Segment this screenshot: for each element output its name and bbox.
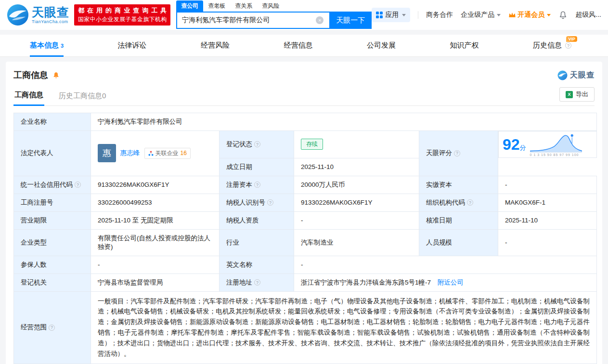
field-value-business-term: 2025-11-10 至 无固定期限 bbox=[91, 211, 220, 229]
subtab-business-info[interactable]: 工商信息 bbox=[13, 88, 44, 106]
table-row: 营业期限 2025-11-10 至 无固定期限 纳税人资质 - 核准日期 202… bbox=[14, 211, 597, 229]
tab-operation-info[interactable]: 经营信息 bbox=[284, 35, 313, 57]
table-row: 企业名称 宁海利氪汽车零部件有限公司 bbox=[14, 113, 597, 131]
field-value-establish-date: 2025-11-10 bbox=[294, 158, 419, 176]
field-value-reg-number: 330226000499253 bbox=[91, 194, 220, 211]
nav-enterprise-product-label: 企业级产品 bbox=[461, 11, 494, 19]
monitor-bell-icon[interactable] bbox=[52, 71, 60, 79]
nearby-companies-link[interactable]: 附近公司 bbox=[438, 279, 464, 286]
table-row: 工商注册号 330226000499253 纳税人识别号 91330226MAK… bbox=[14, 194, 597, 211]
export-button-label: 导出 bbox=[576, 90, 588, 99]
score-number: 92分 bbox=[503, 137, 526, 152]
field-value-reg-status: 存续 bbox=[294, 131, 419, 158]
section-header: 工商信息 天眼查 bbox=[13, 69, 595, 81]
tab-operation-risk[interactable]: 经营风险 bbox=[201, 35, 230, 57]
help-icon[interactable] bbox=[254, 279, 260, 286]
field-value-english-name: - bbox=[294, 256, 597, 273]
table-row: 参保人数 - 英文名称 - bbox=[14, 256, 597, 273]
notification-bell-icon[interactable] bbox=[558, 11, 568, 20]
field-label-reg-number: 工商注册号 bbox=[14, 194, 91, 211]
subtabs-row: 工商信息 历史工商信息0 导出 bbox=[13, 88, 595, 106]
status-badge: 存续 bbox=[301, 139, 323, 150]
search-box: 查公司 查老板 查关系 查风险 天眼一下 bbox=[176, 1, 372, 29]
search-tab-risk[interactable]: 查风险 bbox=[257, 0, 284, 12]
field-value-approval-date: 2025-11-10 bbox=[498, 211, 597, 229]
search-tab-relation[interactable]: 查关系 bbox=[230, 0, 257, 12]
field-value-insured: - bbox=[91, 256, 220, 273]
export-button[interactable]: 导出 bbox=[559, 87, 595, 102]
help-icon[interactable] bbox=[254, 141, 260, 147]
excel-icon bbox=[566, 91, 573, 98]
search-tab-boss[interactable]: 查老板 bbox=[203, 0, 230, 12]
search-input[interactable] bbox=[176, 12, 329, 29]
help-icon[interactable] bbox=[454, 150, 460, 156]
related-companies-label: 关联企业 bbox=[155, 149, 179, 157]
score-chart: 0 1 3 15 50 85 97 99 100 bbox=[530, 132, 582, 156]
table-row: 经营范围 一般项目：汽车零部件及配件制造；汽车零部件研发；汽车零部件再制造；电子… bbox=[14, 291, 597, 364]
nav-business-cooperation[interactable]: 商务合作 bbox=[426, 11, 453, 19]
chevron-down-icon bbox=[547, 14, 551, 16]
related-companies-tag[interactable]: 关联企业 16 bbox=[144, 148, 191, 159]
tab-legal-proceedings-label: 法律诉讼 bbox=[118, 41, 147, 50]
legal-rep-avatar[interactable]: 惠 bbox=[98, 144, 116, 162]
apps-grid-icon bbox=[376, 12, 383, 18]
field-label-paid-capital: 实缴资本 bbox=[419, 176, 498, 194]
field-value-credit-code: 91330226MAK0GX6F1Y bbox=[91, 176, 220, 194]
field-value-taxpayer-id: 91330226MAK0GX6F1Y bbox=[294, 194, 419, 211]
slogan-line2: 国家中小企业发展子基金旗下机构 bbox=[78, 15, 167, 24]
search-tab-company[interactable]: 查公司 bbox=[176, 0, 203, 12]
tab-history-info[interactable]: 历史信息 VIP bbox=[533, 35, 571, 57]
slogan-badge: 都在用的商业查询工具 国家中小企业发展子基金旗下机构 bbox=[74, 4, 170, 26]
tab-basic-info-label: 基本信息 bbox=[30, 41, 59, 50]
crown-icon bbox=[508, 12, 516, 18]
field-value-company-name: 宁海利氪汽车零部件有限公司 bbox=[91, 113, 597, 131]
table-row: 法定代表人 惠 惠志峰 关联企业 16 bbox=[14, 131, 597, 158]
nav-super-risk-label: 超级风... bbox=[575, 11, 601, 19]
subtab-history-business-info[interactable]: 历史工商信息0 bbox=[58, 89, 107, 105]
tab-legal-proceedings[interactable]: 法律诉讼 bbox=[118, 35, 147, 57]
help-icon[interactable] bbox=[565, 42, 571, 49]
score-axis-ticks: 0 1 3 15 50 85 97 99 100 bbox=[530, 153, 582, 156]
field-label-org-code: 组织机构代码 bbox=[419, 194, 498, 211]
field-value-reg-authority: 宁海县市场监督管理局 bbox=[91, 273, 220, 291]
help-icon[interactable] bbox=[267, 199, 273, 206]
field-label-staff-size: 人员规模 bbox=[419, 229, 498, 256]
top-right-nav: 应用 商务合作 企业级产品 开通会员 超级风... bbox=[372, 8, 601, 22]
section-title: 工商信息 bbox=[13, 69, 48, 81]
field-value-business-scope: 一般项目：汽车零部件及配件制造；汽车零部件研发；汽车零部件再制造；电子（气）物理… bbox=[91, 291, 597, 364]
field-label-business-term: 营业期限 bbox=[14, 211, 91, 229]
field-value-legal-rep: 惠 惠志峰 关联企业 16 bbox=[91, 131, 220, 176]
table-row: 统一社会信用代码 91330226MAK0GX6F1Y 注册资本 20000万人… bbox=[14, 176, 597, 194]
help-icon[interactable] bbox=[75, 182, 81, 188]
tianyancha-logo-icon bbox=[557, 70, 568, 80]
help-icon[interactable] bbox=[254, 182, 260, 188]
nav-super-risk[interactable]: 超级风... bbox=[575, 11, 601, 19]
help-icon[interactable] bbox=[49, 325, 55, 331]
chevron-down-icon bbox=[497, 14, 501, 16]
field-label-reg-capital: 注册资本 bbox=[220, 176, 294, 194]
field-label-score: 天眼评分 bbox=[419, 131, 498, 176]
tab-basic-info[interactable]: 基本信息 3 bbox=[30, 35, 64, 57]
tab-company-development[interactable]: 公司发展 bbox=[367, 35, 396, 57]
company-section-tabs: 基本信息 3 法律诉讼 经营风险 经营信息 公司发展 知识产权 历史信息 VIP bbox=[0, 35, 608, 57]
field-value-score: 92分 0 1 3 15 50 85 97 99 100 bbox=[498, 131, 597, 158]
field-value-reg-capital: 20000万人民币 bbox=[294, 176, 419, 194]
apps-menu[interactable]: 应用 bbox=[372, 8, 410, 22]
field-label-taxpayer-quality: 纳税人资质 bbox=[220, 211, 294, 229]
brand-domain: TianYanCha.com bbox=[32, 19, 69, 24]
tianyancha-logo[interactable]: 天眼查 TianYanCha.com bbox=[7, 4, 69, 26]
nav-open-vip[interactable]: 开通会员 bbox=[508, 11, 551, 19]
nav-enterprise-product[interactable]: 企业级产品 bbox=[461, 11, 501, 19]
field-label-establish-date: 成立日期 bbox=[220, 158, 294, 176]
tab-intellectual-property[interactable]: 知识产权 bbox=[450, 35, 479, 57]
slogan-line1: 都在用的商业查询工具 bbox=[78, 6, 167, 15]
help-icon[interactable] bbox=[467, 199, 473, 206]
field-label-credit-code: 统一社会信用代码 bbox=[14, 176, 91, 194]
legal-rep-name-link[interactable]: 惠志峰 bbox=[120, 149, 140, 157]
field-label-company-name: 企业名称 bbox=[14, 113, 91, 131]
tab-company-development-label: 公司发展 bbox=[367, 41, 396, 50]
search-button[interactable]: 天眼一下 bbox=[329, 12, 372, 29]
tab-intellectual-property-label: 知识产权 bbox=[450, 41, 479, 50]
field-label-business-scope: 经营范围 bbox=[14, 291, 91, 364]
field-label-company-type: 企业类型 bbox=[14, 229, 91, 256]
